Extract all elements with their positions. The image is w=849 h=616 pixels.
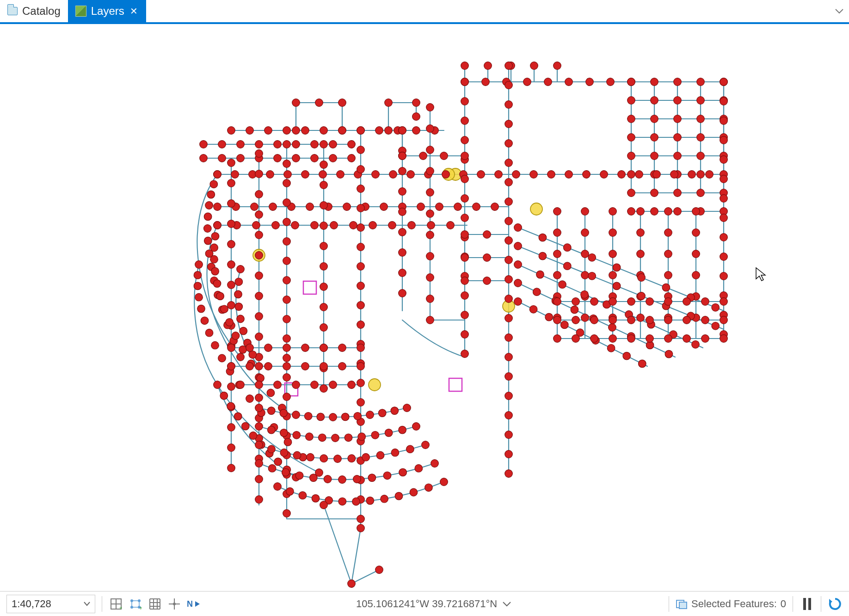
tab-catalog[interactable]: Catalog [0,0,68,22]
inference-icon [168,598,180,610]
selected-features-label: Selected Features: [691,598,777,610]
separator [669,596,669,612]
coordinates-value: 105.1061241°W 39.7216871°N [356,598,497,610]
tab-overflow-button[interactable] [830,0,849,22]
catalog-icon [7,7,18,15]
separator [793,596,793,612]
selection-status: Selected Features: 0 [676,598,786,610]
scale-combo[interactable]: 1:40,728 [6,595,95,613]
tabstrip-filler [146,0,830,22]
grid-icon [149,598,161,610]
close-icon[interactable]: ✕ [129,6,139,16]
tab-catalog-label: Catalog [22,5,61,18]
svg-point-14 [173,603,176,605]
pause-draw-button[interactable] [800,597,814,611]
svg-text:+: + [119,605,122,610]
svg-text:N: N [187,599,193,609]
selected-features-count: 0 [781,598,786,610]
inference-button[interactable] [167,597,182,611]
grid-button[interactable] [148,597,162,611]
snapping-grid-icon: + [110,598,122,610]
snapping-button[interactable]: + [109,597,123,611]
selection-icon [676,598,688,610]
chevron-down-icon [503,601,511,607]
scale-value: 1:40,728 [12,598,51,610]
refresh-button[interactable] [828,597,843,611]
tab-layers[interactable]: Layers ✕ [68,0,146,22]
editing-tools: + + N [109,597,201,611]
chevron-down-icon [835,8,843,14]
network-layer [0,24,849,591]
dynamic-icon: N [187,598,201,610]
dynamic-button[interactable]: N [186,597,201,611]
layers-icon [75,6,86,17]
separator [821,596,821,612]
tab-strip: Catalog Layers ✕ [0,0,849,24]
separator [102,596,102,612]
tab-layers-label: Layers [91,5,124,18]
map-view[interactable] [0,24,849,591]
status-bar: 1:40,728 + + [0,591,849,616]
pause-icon [803,598,811,610]
refresh-icon [828,597,842,611]
svg-text:+: + [139,605,142,610]
chevron-down-icon [84,602,90,606]
svg-rect-17 [679,602,687,609]
constraints-button[interactable]: + [128,597,143,611]
coordinates-display[interactable]: 105.1061241°W 39.7216871°N [356,598,511,610]
constraints-icon: + [129,598,142,610]
